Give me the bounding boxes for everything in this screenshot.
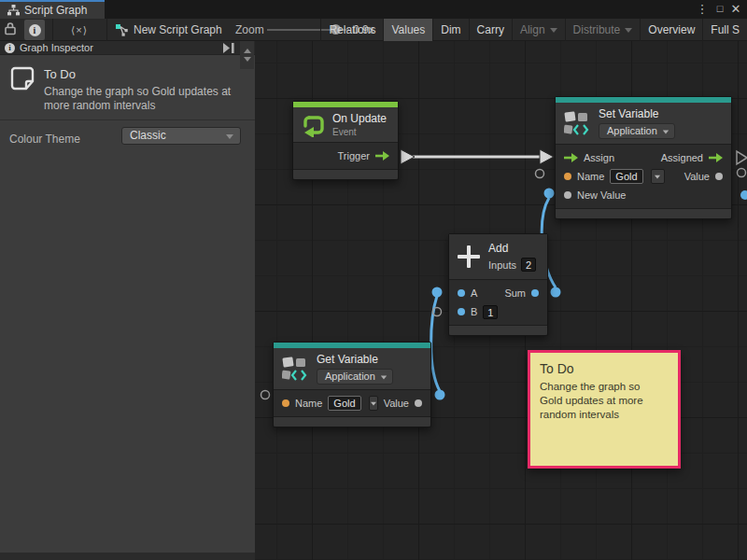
sum-output-port[interactable] <box>531 289 539 297</box>
window-menu-button[interactable]: ⋮ <box>695 0 710 19</box>
port-row-name: Name Gold Value <box>274 394 430 413</box>
variable-scope-dropdown[interactable]: Application <box>599 123 675 139</box>
flow-in-port[interactable] <box>564 153 578 162</box>
b-value-field[interactable]: 1 <box>483 305 498 319</box>
wire-getvar-to-add-a[interactable] <box>431 296 440 391</box>
fullscreen-button[interactable]: Full S <box>702 19 747 41</box>
flow-out-port[interactable] <box>709 153 723 162</box>
chevron-down-icon <box>371 401 376 405</box>
sticky-note-body: Change the graph so Gold updates at more… <box>540 380 669 422</box>
node-header[interactable]: Get Variable Application <box>274 348 430 389</box>
scroll-up-icon[interactable] <box>244 49 251 53</box>
name-value-field[interactable]: Gold <box>328 396 360 411</box>
status-strip <box>0 553 255 560</box>
node-on-update[interactable]: On Update Event Trigger <box>292 101 399 180</box>
tab-script-graph[interactable]: Script Graph <box>0 0 105 19</box>
external-port-setvar-name[interactable] <box>536 170 544 178</box>
new-script-graph-breadcrumb[interactable]: New Script Graph <box>116 19 222 41</box>
node-header[interactable]: Set Variable Application <box>556 103 731 144</box>
graph-inspector-header[interactable]: i Graph Inspector <box>0 41 255 55</box>
node-title: On Update <box>332 112 387 125</box>
wire-endpoint-dot[interactable] <box>435 390 445 400</box>
window-maximize-button[interactable]: □ <box>712 0 727 19</box>
window-close-button[interactable]: ✕ <box>728 0 743 19</box>
inspector-scroll-spinner[interactable] <box>240 41 254 69</box>
flow-out-port[interactable] <box>375 151 389 161</box>
info-icon: i <box>29 24 41 36</box>
a-input-port[interactable] <box>458 289 465 297</box>
toolbar-toggle-group: Relations Values Dim Carry Align Distrib… <box>320 19 747 41</box>
name-input-port[interactable] <box>564 173 571 180</box>
node-header[interactable]: Add Inputs 2 <box>449 234 547 279</box>
name-input-port[interactable] <box>282 399 289 407</box>
b-port-label: B <box>471 306 477 317</box>
node-title: Set Variable <box>599 107 675 120</box>
port-row-assign: Assign Assigned <box>556 148 731 167</box>
assign-port-label: Assign <box>584 152 614 163</box>
values-button[interactable]: Values <box>383 19 432 41</box>
name-value-dropdown[interactable] <box>369 396 378 411</box>
overview-button[interactable]: Overview <box>640 19 702 41</box>
external-port-value[interactable] <box>738 169 746 177</box>
wire-endpoint-dot[interactable] <box>544 189 555 199</box>
external-port-getvar-name[interactable] <box>261 391 270 399</box>
node-add[interactable]: Add Inputs 2 A Sum <box>448 233 548 336</box>
node-subtitle: Event <box>332 127 387 137</box>
lock-icon <box>4 21 17 35</box>
trigger-port-label: Trigger <box>338 150 370 161</box>
node-set-variable[interactable]: Set Variable Application Assign Assigned <box>555 96 732 219</box>
node-footer <box>556 208 731 218</box>
dock-panel-icon[interactable] <box>221 42 236 54</box>
name-value-dropdown[interactable] <box>651 169 665 184</box>
value-output-port[interactable] <box>715 173 723 180</box>
inspector-toggle-button[interactable]: i <box>24 20 45 40</box>
node-footer <box>449 325 547 335</box>
name-port-label: Name <box>295 398 322 409</box>
graph-summary: Change the graph so Gold updates at more… <box>44 85 231 113</box>
name-value-field[interactable]: Gold <box>610 169 642 184</box>
add-plus-icon <box>458 245 480 268</box>
code-view-icon[interactable]: ⟨×⟩ <box>62 19 97 41</box>
wire-endpoint-dot[interactable] <box>432 287 443 298</box>
variable-scope-dropdown[interactable]: Application <box>317 369 393 385</box>
variable-icon <box>282 357 310 382</box>
node-ports: Name Gold Value <box>274 389 430 416</box>
colour-theme-row: Colour Theme Classic <box>0 119 255 159</box>
relations-button[interactable]: Relations <box>320 19 383 41</box>
external-port-assigned[interactable] <box>737 151 747 164</box>
graph-title: To Do <box>44 67 76 81</box>
new-value-input-port[interactable] <box>564 191 571 199</box>
value-port-label: Value <box>684 171 710 182</box>
zoom-label: Zoom <box>235 19 264 41</box>
info-icon: i <box>5 43 15 53</box>
distribute-dropdown[interactable]: Distribute <box>565 19 641 41</box>
port-row-trigger: Trigger <box>293 147 398 165</box>
sticky-note-icon <box>8 64 36 92</box>
sum-port-label: Sum <box>504 287 526 299</box>
graph-canvas[interactable]: On Update Event Trigger <box>255 41 747 560</box>
chevron-down-icon <box>655 175 660 178</box>
wire-endpoint-dot[interactable] <box>740 190 747 200</box>
carry-button[interactable]: Carry <box>469 19 512 41</box>
align-dropdown[interactable]: Align <box>512 19 565 41</box>
value-output-port[interactable] <box>415 399 422 407</box>
wire-trigger-to-assign[interactable] <box>401 149 554 164</box>
node-header[interactable]: On Update Event <box>293 107 398 142</box>
script-graph-asset-icon <box>116 24 128 36</box>
inputs-count-field[interactable]: 2 <box>521 258 536 272</box>
wire-endpoint-dot[interactable] <box>551 287 561 298</box>
value-port-label: Value <box>384 398 409 409</box>
chevron-down-icon <box>550 28 557 33</box>
a-port-label: A <box>471 287 477 299</box>
b-input-port[interactable] <box>458 308 465 315</box>
scroll-down-icon[interactable] <box>244 57 251 62</box>
dim-button[interactable]: Dim <box>432 19 468 41</box>
colour-theme-select[interactable]: Classic <box>121 127 241 145</box>
graph-icon <box>7 5 20 16</box>
sticky-note[interactable]: To Do Change the graph so Gold updates a… <box>528 350 681 469</box>
node-title: Add <box>488 242 536 255</box>
node-get-variable[interactable]: Get Variable Application Name Gold Value <box>273 342 431 427</box>
toolbar: i ⟨×⟩ New Script Graph Zoom 0.9x Relatio… <box>0 19 747 41</box>
lock-button[interactable] <box>4 21 21 38</box>
chevron-down-icon <box>226 134 233 139</box>
